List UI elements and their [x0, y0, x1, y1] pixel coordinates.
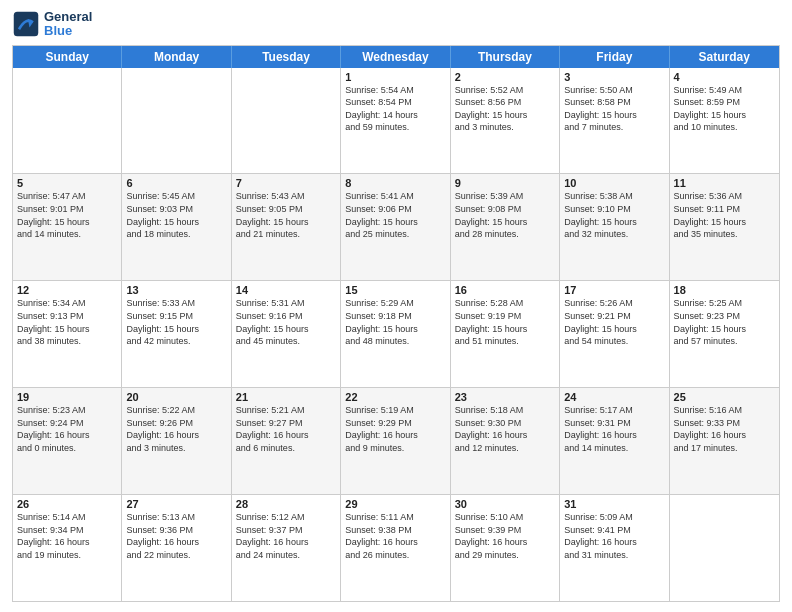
cell-line: Daylight: 16 hours [674, 429, 775, 442]
cell-line: Sunset: 9:16 PM [236, 310, 336, 323]
cell-line: and 3 minutes. [455, 121, 555, 134]
day-header-tuesday: Tuesday [232, 46, 341, 68]
cell-line: Sunrise: 5:23 AM [17, 404, 117, 417]
day-number: 31 [564, 498, 664, 510]
cell-line: Sunset: 9:26 PM [126, 417, 226, 430]
logo: General Blue [12, 10, 92, 39]
day-number: 14 [236, 284, 336, 296]
cell-line: Sunset: 9:24 PM [17, 417, 117, 430]
cell-line: Daylight: 15 hours [126, 216, 226, 229]
cell-line: Sunset: 9:18 PM [345, 310, 445, 323]
day-number: 27 [126, 498, 226, 510]
cell-line: Sunset: 9:27 PM [236, 417, 336, 430]
day-cell-6: 6Sunrise: 5:45 AMSunset: 9:03 PMDaylight… [122, 174, 231, 280]
cell-line: Daylight: 15 hours [345, 216, 445, 229]
cell-line: Daylight: 16 hours [564, 536, 664, 549]
day-cell-21: 21Sunrise: 5:21 AMSunset: 9:27 PMDayligh… [232, 388, 341, 494]
cell-line: and 12 minutes. [455, 442, 555, 455]
cell-line: Daylight: 15 hours [126, 323, 226, 336]
day-cell-12: 12Sunrise: 5:34 AMSunset: 9:13 PMDayligh… [13, 281, 122, 387]
cell-line: Sunset: 8:56 PM [455, 96, 555, 109]
cell-line: and 35 minutes. [674, 228, 775, 241]
day-cell-2: 2Sunrise: 5:52 AMSunset: 8:56 PMDaylight… [451, 68, 560, 174]
day-cell-14: 14Sunrise: 5:31 AMSunset: 9:16 PMDayligh… [232, 281, 341, 387]
day-number: 25 [674, 391, 775, 403]
day-header-friday: Friday [560, 46, 669, 68]
day-number: 5 [17, 177, 117, 189]
cell-line: Sunrise: 5:17 AM [564, 404, 664, 417]
cell-line: Daylight: 16 hours [126, 429, 226, 442]
cell-line: and 6 minutes. [236, 442, 336, 455]
cell-line: Sunrise: 5:09 AM [564, 511, 664, 524]
cell-line: Sunset: 9:36 PM [126, 524, 226, 537]
day-cell-7: 7Sunrise: 5:43 AMSunset: 9:05 PMDaylight… [232, 174, 341, 280]
day-header-monday: Monday [122, 46, 231, 68]
cell-line: Sunrise: 5:26 AM [564, 297, 664, 310]
cell-line: Daylight: 15 hours [17, 216, 117, 229]
day-cell-11: 11Sunrise: 5:36 AMSunset: 9:11 PMDayligh… [670, 174, 779, 280]
calendar-row-1: 5Sunrise: 5:47 AMSunset: 9:01 PMDaylight… [13, 173, 779, 280]
cell-line: and 42 minutes. [126, 335, 226, 348]
cell-line: Sunset: 9:38 PM [345, 524, 445, 537]
cell-line: Daylight: 16 hours [455, 429, 555, 442]
day-cell-17: 17Sunrise: 5:26 AMSunset: 9:21 PMDayligh… [560, 281, 669, 387]
calendar: SundayMondayTuesdayWednesdayThursdayFrid… [12, 45, 780, 602]
day-cell-19: 19Sunrise: 5:23 AMSunset: 9:24 PMDayligh… [13, 388, 122, 494]
cell-line: Sunrise: 5:19 AM [345, 404, 445, 417]
logo-text: General Blue [44, 10, 92, 39]
page: General Blue SundayMondayTuesdayWednesda… [0, 0, 792, 612]
cell-line: and 18 minutes. [126, 228, 226, 241]
day-number: 6 [126, 177, 226, 189]
cell-line: Sunrise: 5:41 AM [345, 190, 445, 203]
cell-line: and 14 minutes. [564, 442, 664, 455]
cell-line: Daylight: 15 hours [455, 216, 555, 229]
calendar-row-0: 1Sunrise: 5:54 AMSunset: 8:54 PMDaylight… [13, 68, 779, 174]
day-number: 16 [455, 284, 555, 296]
cell-line: Sunset: 8:54 PM [345, 96, 445, 109]
day-cell-27: 27Sunrise: 5:13 AMSunset: 9:36 PMDayligh… [122, 495, 231, 601]
cell-line: Sunset: 9:11 PM [674, 203, 775, 216]
cell-line: and 0 minutes. [17, 442, 117, 455]
day-cell-13: 13Sunrise: 5:33 AMSunset: 9:15 PMDayligh… [122, 281, 231, 387]
cell-line: and 19 minutes. [17, 549, 117, 562]
cell-line: and 10 minutes. [674, 121, 775, 134]
cell-line: Sunset: 9:33 PM [674, 417, 775, 430]
cell-line: and 26 minutes. [345, 549, 445, 562]
cell-line: Sunrise: 5:31 AM [236, 297, 336, 310]
day-cell-1: 1Sunrise: 5:54 AMSunset: 8:54 PMDaylight… [341, 68, 450, 174]
cell-line: and 54 minutes. [564, 335, 664, 348]
cell-line: Daylight: 15 hours [236, 323, 336, 336]
calendar-row-4: 26Sunrise: 5:14 AMSunset: 9:34 PMDayligh… [13, 494, 779, 601]
day-number: 29 [345, 498, 445, 510]
cell-line: Daylight: 14 hours [345, 109, 445, 122]
cell-line: and 14 minutes. [17, 228, 117, 241]
day-header-wednesday: Wednesday [341, 46, 450, 68]
day-number: 4 [674, 71, 775, 83]
cell-line: Sunrise: 5:12 AM [236, 511, 336, 524]
calendar-body: 1Sunrise: 5:54 AMSunset: 8:54 PMDaylight… [13, 68, 779, 601]
cell-line: Sunrise: 5:36 AM [674, 190, 775, 203]
cell-line: Daylight: 15 hours [564, 323, 664, 336]
cell-line: and 28 minutes. [455, 228, 555, 241]
day-cell-30: 30Sunrise: 5:10 AMSunset: 9:39 PMDayligh… [451, 495, 560, 601]
cell-line: Sunset: 9:03 PM [126, 203, 226, 216]
day-number: 15 [345, 284, 445, 296]
cell-line: and 32 minutes. [564, 228, 664, 241]
day-cell-9: 9Sunrise: 5:39 AMSunset: 9:08 PMDaylight… [451, 174, 560, 280]
cell-line: Sunrise: 5:16 AM [674, 404, 775, 417]
cell-line: Sunrise: 5:54 AM [345, 84, 445, 97]
cell-line: Sunrise: 5:29 AM [345, 297, 445, 310]
cell-line: Sunrise: 5:13 AM [126, 511, 226, 524]
day-cell-22: 22Sunrise: 5:19 AMSunset: 9:29 PMDayligh… [341, 388, 450, 494]
cell-line: Daylight: 16 hours [564, 429, 664, 442]
day-number: 1 [345, 71, 445, 83]
svg-rect-0 [14, 12, 39, 37]
cell-line: Sunrise: 5:47 AM [17, 190, 117, 203]
cell-line: Sunrise: 5:25 AM [674, 297, 775, 310]
cell-line: Sunrise: 5:14 AM [17, 511, 117, 524]
cell-line: Daylight: 16 hours [236, 536, 336, 549]
cell-line: Daylight: 15 hours [17, 323, 117, 336]
day-number: 12 [17, 284, 117, 296]
cell-line: and 3 minutes. [126, 442, 226, 455]
cell-line: Sunrise: 5:49 AM [674, 84, 775, 97]
